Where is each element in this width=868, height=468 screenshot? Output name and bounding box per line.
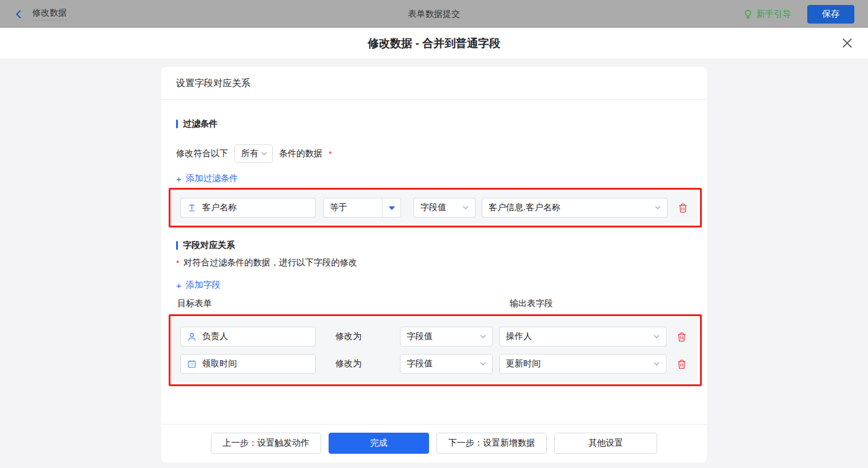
- plus-icon: +: [176, 174, 182, 184]
- card-footer: 上一步：设置触发动作 完成 下一步：设置新增数据 其他设置: [161, 424, 707, 462]
- delete-mapping-row-button[interactable]: [676, 359, 687, 369]
- mapping-row: 7 领取时间 修改为 字段值 更新时间: [180, 354, 690, 374]
- filter-value-type: 字段值: [420, 202, 446, 213]
- target-field-value: 领取时间: [202, 358, 237, 369]
- trash-icon: [676, 332, 687, 342]
- mapping-value: 操作人: [506, 331, 532, 342]
- triangle-down-icon: [389, 206, 395, 210]
- mapping-highlight-box: 负责人 修改为 字段值 操作人: [169, 314, 702, 386]
- card-title: 设置字段对应关系: [176, 77, 250, 89]
- filter-match-row: 修改符合以下 所有 条件的数据 *: [176, 144, 692, 163]
- lightbulb-icon: [743, 9, 753, 19]
- beginner-guide-label: 新手引导: [756, 9, 791, 20]
- topbar: 修改数据 表单数据提交 新手引导 保存: [0, 0, 868, 28]
- mapping-value-type: 字段值: [407, 331, 433, 342]
- required-asterisk: *: [329, 149, 332, 159]
- chevron-down-icon: [653, 360, 660, 368]
- target-form-column-header: 目标表单: [177, 298, 212, 309]
- chevron-down-icon: [654, 204, 662, 211]
- mapping-panel: 负责人 修改为 字段值 操作人: [172, 318, 698, 382]
- chevron-down-icon: [653, 333, 660, 340]
- filter-value-type-select[interactable]: 字段值: [414, 198, 476, 218]
- mapping-row: 负责人 修改为 字段值 操作人: [180, 327, 690, 347]
- add-field-label: 添加字段: [186, 280, 221, 291]
- output-field-column-header: 输出表字段: [510, 298, 553, 309]
- save-button[interactable]: 保存: [807, 5, 854, 24]
- match-suffix-label: 条件的数据: [279, 148, 322, 159]
- settings-card: 设置字段对应关系 过滤条件 修改符合以下 所有 条件的数据 * + 添加过滤条件: [161, 67, 707, 462]
- page-title: 表单数据提交: [218, 9, 650, 20]
- done-button[interactable]: 完成: [329, 433, 429, 454]
- filter-value-select[interactable]: 客户信息.客户名称: [482, 198, 668, 218]
- filter-section-label: 过滤条件: [183, 118, 218, 130]
- modify-to-label: 修改为: [335, 358, 365, 369]
- beginner-guide-link[interactable]: 新手引导: [743, 9, 791, 20]
- next-step-button[interactable]: 下一步：设置新增数据: [436, 433, 547, 454]
- text-field-icon: [187, 203, 197, 213]
- add-filter-condition-link[interactable]: + 添加过滤条件: [176, 173, 238, 184]
- modify-to-label: 修改为: [335, 331, 365, 342]
- section-accent-bar: [176, 120, 178, 128]
- card-header: 设置字段对应关系: [161, 67, 707, 100]
- mapping-description-row: * 对符合过滤条件的数据，进行以下字段的修改: [176, 257, 692, 268]
- svg-text:7: 7: [191, 362, 193, 366]
- dialog-header: 修改数据 - 合并到普通字段: [0, 28, 868, 59]
- topbar-right: 新手引导 保存: [650, 5, 854, 24]
- target-field-input[interactable]: 负责人: [180, 327, 316, 347]
- card-body: 过滤条件 修改符合以下 所有 条件的数据 * + 添加过滤条件: [161, 118, 707, 386]
- chevron-down-icon: [260, 150, 268, 157]
- mapping-value: 更新时间: [506, 358, 541, 369]
- trash-icon: [678, 203, 688, 213]
- filter-operator-value: 等于: [324, 198, 382, 217]
- dialog-title: 修改数据 - 合并到普通字段: [368, 36, 500, 51]
- filter-condition-panel: 客户名称 等于 字段值 客户信息.客: [172, 192, 698, 224]
- add-field-link[interactable]: + 添加字段: [176, 280, 221, 291]
- mapping-section-label: 字段对应关系: [183, 240, 235, 251]
- chevron-down-icon: [479, 333, 487, 340]
- filter-condition-row: 客户名称 等于 字段值 客户信息.客: [180, 198, 690, 218]
- match-mode-value: 所有: [241, 148, 259, 159]
- filter-highlight-box: 客户名称 等于 字段值 客户信息.客: [169, 188, 702, 227]
- other-settings-button[interactable]: 其他设置: [554, 433, 657, 454]
- mapping-value-type-select[interactable]: 字段值: [400, 327, 493, 347]
- match-mode-select[interactable]: 所有: [234, 144, 273, 163]
- operator-caret-button[interactable]: [382, 198, 401, 217]
- required-asterisk: *: [176, 258, 179, 268]
- chevron-down-icon: [479, 360, 487, 368]
- section-accent-bar: [176, 241, 178, 250]
- close-button[interactable]: [841, 37, 853, 49]
- dialog-body: 设置字段对应关系 过滤条件 修改符合以下 所有 条件的数据 * + 添加过滤条件: [0, 59, 868, 468]
- delete-filter-row-button[interactable]: [678, 203, 688, 213]
- delete-mapping-row-button[interactable]: [676, 332, 687, 342]
- filter-field-value: 客户名称: [202, 202, 237, 213]
- back-button[interactable]: [14, 9, 24, 19]
- target-field-input[interactable]: 7 领取时间: [180, 354, 316, 374]
- trash-icon: [676, 359, 687, 369]
- chevron-down-icon: [462, 204, 469, 211]
- add-filter-condition-label: 添加过滤条件: [186, 173, 238, 184]
- prev-step-button[interactable]: 上一步：设置触发动作: [211, 433, 321, 454]
- chevron-left-icon: [14, 9, 24, 19]
- target-field-value: 负责人: [202, 331, 228, 342]
- mapping-value-select[interactable]: 操作人: [499, 327, 666, 347]
- filter-operator-select[interactable]: 等于: [323, 198, 401, 218]
- user-icon: [187, 332, 197, 342]
- mapping-value-type: 字段值: [407, 358, 433, 369]
- calendar-icon: 7: [187, 360, 197, 369]
- mapping-column-headers: 目标表单 输出表字段: [176, 298, 692, 311]
- filter-section-title: 过滤条件: [176, 118, 692, 130]
- mapping-description: 对符合过滤条件的数据，进行以下字段的修改: [184, 257, 357, 268]
- filter-value: 客户信息.客户名称: [489, 202, 560, 213]
- mapping-value-type-select[interactable]: 字段值: [400, 354, 493, 374]
- flow-node-name[interactable]: 修改数据: [32, 7, 67, 20]
- filter-field-input[interactable]: 客户名称: [180, 198, 316, 218]
- plus-icon: +: [176, 280, 182, 291]
- mapping-value-select[interactable]: 更新时间: [499, 354, 666, 374]
- topbar-left: 修改数据: [14, 7, 218, 20]
- mapping-section-title: 字段对应关系: [176, 240, 692, 251]
- match-prefix-label: 修改符合以下: [176, 148, 228, 159]
- close-icon: [841, 37, 853, 49]
